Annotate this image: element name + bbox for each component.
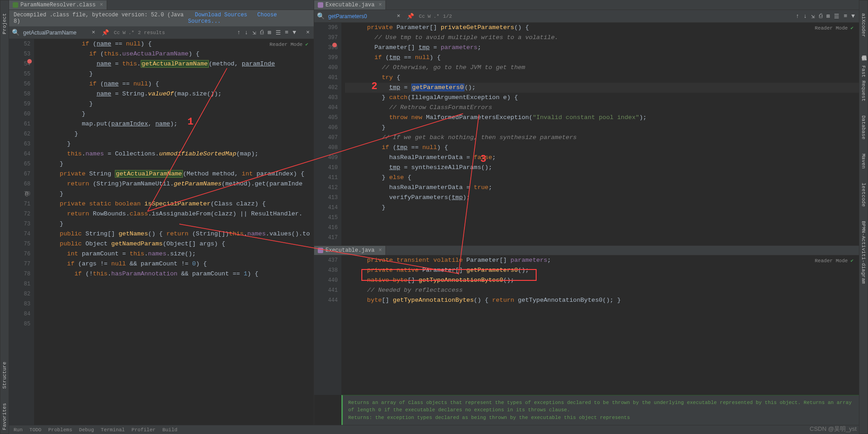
close-icon[interactable]: × <box>379 247 382 254</box>
check-icon: ✔ <box>850 258 853 264</box>
vtab-maven[interactable]: Maven <box>860 150 867 172</box>
search-icon: 🔍 <box>317 12 325 20</box>
tab-executable-bot[interactable]: Executable.java × <box>314 246 386 255</box>
download-sources-link[interactable]: Download Sources <box>195 12 247 18</box>
vtab-bpmn[interactable]: BPMN-Activiti-diagram <box>860 217 867 288</box>
vtab-database[interactable]: Database <box>860 112 867 143</box>
match-case[interactable]: Cc <box>419 14 425 19</box>
right-top-tabs: Executable.java × <box>314 0 859 10</box>
select-all-icon[interactable]: ⇲ <box>251 28 257 37</box>
regex[interactable]: .* <box>128 30 134 35</box>
words[interactable]: W <box>428 14 431 19</box>
funnel-icon[interactable]: ▼ <box>850 12 856 21</box>
tab-label: Executable.java <box>326 2 375 8</box>
close-icon[interactable]: × <box>100 2 103 8</box>
filter-icon[interactable]: ⎙ <box>259 28 265 37</box>
search-icon: 🔍 <box>12 29 20 36</box>
opt3-icon[interactable]: ≡ <box>842 12 848 21</box>
left-gutter: 525354555658596061626364656768@707172737… <box>9 39 34 425</box>
find-close-icon[interactable]: × <box>90 28 97 37</box>
words[interactable]: W <box>123 30 126 35</box>
status-debug[interactable]: Debug <box>79 427 94 433</box>
class-icon <box>13 2 18 8</box>
status-todo[interactable]: TODO <box>30 427 41 433</box>
close-icon[interactable]: × <box>379 2 382 8</box>
left-tool-strip: Project Structure Favorites <box>0 0 9 434</box>
left-find-bar: 🔍 × 📌 CcW.* 2 results ↑ ↓ ⇲ ⎙ ⊞ ☰ ≡ ▼ × <box>9 26 314 39</box>
java-icon <box>318 2 323 8</box>
opt1-icon[interactable]: ⊞ <box>825 12 832 21</box>
reader-mode-toggle[interactable]: Reader Mode✔ <box>815 258 853 264</box>
check-icon: ✔ <box>850 25 853 31</box>
tab-label: ParamNameResolver.class <box>20 2 96 8</box>
vtab-leetcode[interactable]: leetcode <box>860 179 867 210</box>
next-icon[interactable]: ↓ <box>243 28 250 37</box>
doc-line-2: Returns: the exception types declared as… <box>348 414 853 422</box>
find-input[interactable] <box>328 13 392 20</box>
vtab-aixcoder[interactable]: aiXcoder <box>860 10 867 41</box>
status-profiler[interactable]: Profiler <box>132 427 156 433</box>
filter-icon[interactable]: ⎙ <box>818 12 824 21</box>
prev-icon[interactable]: ↑ <box>794 12 801 21</box>
left-tabs: ParamNameResolver.class × <box>9 0 314 10</box>
find-counter: 1/2 <box>443 14 452 19</box>
match-case[interactable]: Cc <box>114 30 120 35</box>
next-icon[interactable]: ↓ <box>802 12 809 21</box>
right-top-code[interactable]: private Parameter[] privateGetParameters… <box>341 23 859 245</box>
decompiled-banner: Decompiled .class file, bytecode version… <box>9 10 314 26</box>
opt2-icon[interactable]: ☰ <box>833 12 841 21</box>
right-bot-editor[interactable]: Reader Mode✔ 437438440441444 private tra… <box>314 255 859 395</box>
right-bot-code[interactable]: private transient volatile Parameter[] p… <box>341 255 859 395</box>
vtab-fast-request[interactable]: Fast Request <box>860 62 867 105</box>
prev-icon[interactable]: ↑ <box>236 28 242 37</box>
select-all-icon[interactable]: ⇲ <box>810 12 816 21</box>
left-editor-pane: ParamNameResolver.class × Decompiled .cl… <box>9 0 314 425</box>
status-run[interactable]: Run <box>14 427 23 433</box>
status-bar: Run TODO Problems Debug Terminal Profile… <box>9 425 859 434</box>
right-bot-tabs: Executable.java × <box>314 245 859 255</box>
left-code[interactable]: if (name == null) { if (this.useActualPa… <box>34 39 314 425</box>
banner-text: Decompiled .class file, bytecode version… <box>14 12 188 25</box>
right-tool-strip: aiXcoder 代码示例搜索 Fast Request Database Ma… <box>859 0 868 434</box>
funnel-icon[interactable]: ▼ <box>291 28 297 37</box>
status-terminal[interactable]: Terminal <box>101 427 125 433</box>
tab-paramnameresolver[interactable]: ParamNameResolver.class × <box>9 0 107 10</box>
find-close-icon[interactable]: × <box>395 12 402 20</box>
right-top-editor[interactable]: Reader Mode✔ 396397398399400401402403404… <box>314 23 859 245</box>
right-top-gutter: 3963973983994004014024034044054064074084… <box>314 23 341 245</box>
watermark: CSDN @吴明_yst <box>810 425 857 433</box>
pin-icon[interactable]: 📌 <box>405 12 415 21</box>
javadoc-panel: Returns an array of Class objects that r… <box>341 395 859 425</box>
java-icon <box>318 248 323 253</box>
regex[interactable]: .* <box>434 14 439 19</box>
left-editor[interactable]: Reader Mode✔ 525354555658596061626364656… <box>9 39 314 425</box>
opt3-icon[interactable]: ≡ <box>284 28 290 37</box>
vtab-project[interactable]: Project <box>1 10 8 38</box>
find-input[interactable] <box>23 30 87 36</box>
right-find-bar: 🔍 × 📌 CcW.* 1/2 ↑ ↓ ⇲ ⎙ ⊞ ☰ ≡ ▼ <box>314 10 859 23</box>
doc-line-1: Returns an array of Class objects that r… <box>348 399 853 414</box>
vtab-favorites[interactable]: Favorites <box>1 399 8 434</box>
tab-label: Executable.java <box>326 247 375 254</box>
status-problems[interactable]: Problems <box>48 427 72 433</box>
reader-mode-toggle[interactable]: Reader Mode✔ <box>270 41 308 47</box>
close-findbar-icon[interactable]: × <box>305 28 311 37</box>
check-icon: ✔ <box>305 42 308 47</box>
reader-mode-toggle[interactable]: Reader Mode✔ <box>815 25 853 31</box>
right-bot-gutter: 437438440441444 <box>314 255 341 395</box>
vtab-structure[interactable]: Structure <box>1 358 8 392</box>
tab-executable-top[interactable]: Executable.java × <box>314 0 386 10</box>
opt2-icon[interactable]: ☰ <box>274 28 282 37</box>
opt1-icon[interactable]: ⊞ <box>266 28 273 37</box>
status-build[interactable]: Build <box>163 427 178 433</box>
vtab-code-search[interactable]: 代码示例搜索 <box>859 48 868 55</box>
pin-icon[interactable]: 📌 <box>100 28 110 37</box>
find-results: 2 results <box>138 30 165 35</box>
